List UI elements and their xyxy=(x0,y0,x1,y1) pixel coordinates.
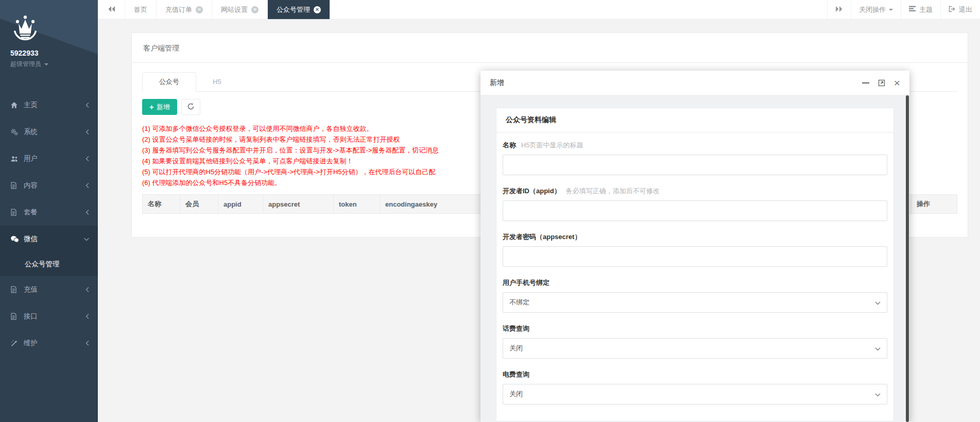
chevron-down-icon xyxy=(875,299,881,307)
sidebar-item-recharge[interactable]: 充值 xyxy=(0,276,98,303)
page-title: 客户端管理 xyxy=(132,33,968,63)
sidebar-item-users[interactable]: 用户 xyxy=(0,145,98,172)
tab-recharge-orders[interactable]: 充值订单 ✕ xyxy=(157,0,212,19)
refresh-button[interactable] xyxy=(181,99,200,115)
chevron-left-icon xyxy=(85,313,90,319)
double-chevron-left-icon xyxy=(108,5,115,14)
field-label: 话费查询 xyxy=(503,324,887,333)
gears-icon xyxy=(10,128,19,136)
field-hint: 务必填写正确，添加后不可修改 xyxy=(566,187,660,195)
chevron-down-icon xyxy=(83,237,90,242)
phone-bill-query-select[interactable]: 关闭 xyxy=(503,338,887,359)
refresh-icon xyxy=(187,103,195,112)
app-window: 5922933 超级管理员 主页 xyxy=(0,0,980,422)
field-label: 用户手机号绑定 xyxy=(503,278,887,288)
minimize-icon[interactable] xyxy=(862,82,869,83)
sidebar-subitem-official-accounts[interactable]: 公众号管理 xyxy=(0,252,98,276)
sidebar-item-label: 内容 xyxy=(24,181,38,190)
tab-official-account[interactable]: 公众号 xyxy=(142,72,196,92)
sidebar-item-label: 充值 xyxy=(24,285,38,294)
field-label: 开发者密码（appsecret） xyxy=(503,232,887,242)
sidebar-item-label: 接口 xyxy=(24,312,38,321)
form-group-phone-binding: 用户手机号绑定 不绑定 xyxy=(503,278,887,313)
chevron-left-icon xyxy=(85,340,90,346)
close-icon[interactable]: ✕ xyxy=(196,6,203,13)
dialog-title: 新增 xyxy=(490,78,504,88)
sidebar-subitem-label: 公众号管理 xyxy=(25,260,60,269)
panel-title: 公众号资料编辑 xyxy=(496,108,893,132)
tab-h5[interactable]: H5 xyxy=(196,72,238,91)
close-icon[interactable]: ✕ xyxy=(314,6,321,13)
edit-form: 名称H5页面中显示的标题 开发者ID（appid）务必填写正确，添加后不可修改 … xyxy=(496,132,893,421)
dialog-controls: × xyxy=(862,77,900,88)
tab-label: 充值订单 xyxy=(165,5,192,14)
tab-label: 公众号管理 xyxy=(277,5,310,14)
tab-home[interactable]: 首页 xyxy=(125,0,157,19)
sidebar-item-content[interactable]: 内容 xyxy=(0,172,98,199)
chevron-left-icon xyxy=(85,102,90,108)
selected-value: 关闭 xyxy=(509,344,523,353)
form-group-name: 名称H5页面中显示的标题 xyxy=(503,141,887,175)
sidebar-item-label: 微信 xyxy=(24,234,38,244)
appsecret-field[interactable] xyxy=(503,246,887,267)
crown-logo-icon xyxy=(10,14,98,45)
sidebar-item-api[interactable]: 接口 xyxy=(0,303,98,330)
sidebar: 5922933 超级管理员 主页 xyxy=(0,0,98,422)
sidebar-item-label: 套餐 xyxy=(24,208,38,217)
close-operations-dropdown[interactable]: 关闭操作 xyxy=(851,0,901,19)
field-label: 开发者ID（appid）务必填写正确，添加后不可修改 xyxy=(503,187,887,196)
appid-field[interactable] xyxy=(503,200,887,221)
name-field[interactable] xyxy=(503,155,887,175)
role-dropdown[interactable]: 超级管理员 xyxy=(10,60,98,69)
tab-official-account-management[interactable]: 公众号管理 ✕ xyxy=(268,0,330,19)
file-icon xyxy=(10,182,19,189)
label-text: 名称 xyxy=(503,141,516,149)
sidebar-item-wechat[interactable]: 微信 xyxy=(0,226,98,252)
dialog-scrollbar[interactable] xyxy=(906,95,909,422)
brand-area: 5922933 超级管理员 xyxy=(0,0,98,77)
form-group-appid: 开发者ID（appid）务必填写正确，添加后不可修改 xyxy=(503,187,887,221)
sidebar-item-home[interactable]: 主页 xyxy=(0,92,98,119)
close-icon[interactable]: × xyxy=(894,77,900,88)
expand-tabs-right-button[interactable] xyxy=(827,0,851,19)
selected-value: 不绑定 xyxy=(509,298,529,307)
role-label: 超级管理员 xyxy=(10,60,41,69)
tab-site-settings[interactable]: 网站设置 ✕ xyxy=(212,0,268,19)
add-dialog: 新增 × 公众号资料编辑 名称H5页面中显示的标题 xyxy=(480,71,909,422)
magic-wand-icon xyxy=(10,340,19,347)
chevron-left-icon xyxy=(85,182,90,189)
sidebar-item-label: 系统 xyxy=(24,127,38,137)
column-header-actions: 操作 xyxy=(912,195,957,213)
add-button[interactable]: + 新增 xyxy=(142,99,177,115)
logout-button[interactable]: 退出 xyxy=(940,0,980,19)
theme-button[interactable]: 主题 xyxy=(901,0,940,19)
label-text: 开发者密码（appsecret） xyxy=(503,233,581,241)
sidebar-section-wechat: 微信 公众号管理 xyxy=(0,226,98,276)
double-chevron-right-icon xyxy=(835,6,843,14)
caret-down-icon xyxy=(889,9,893,11)
tab-label: 首页 xyxy=(134,5,147,14)
caret-down-icon xyxy=(44,63,48,65)
chevron-left-icon xyxy=(85,209,90,215)
column-header-name: 名称 xyxy=(143,195,180,213)
label-text: 电费查询 xyxy=(503,370,529,378)
close-icon[interactable]: ✕ xyxy=(251,6,259,13)
users-icon xyxy=(10,155,19,162)
collapse-tabs-left-button[interactable] xyxy=(98,0,125,19)
label-text: 用户手机号绑定 xyxy=(503,279,549,286)
electric-bill-query-select[interactable]: 关闭 xyxy=(503,384,887,404)
home-icon xyxy=(10,102,19,109)
plus-icon: + xyxy=(149,103,154,111)
phone-binding-select[interactable]: 不绑定 xyxy=(503,292,887,313)
maximize-icon[interactable] xyxy=(878,79,885,87)
field-hint: H5页面中显示的标题 xyxy=(521,141,583,149)
dialog-header[interactable]: 新增 × xyxy=(480,71,909,95)
file-icon xyxy=(10,286,19,293)
sidebar-item-packages[interactable]: 套餐 xyxy=(0,199,98,226)
tab-label: 网站设置 xyxy=(221,5,248,14)
username: 5922933 xyxy=(10,49,98,57)
sidebar-item-system[interactable]: 系统 xyxy=(0,119,98,145)
sidebar-item-maintenance[interactable]: 维护 xyxy=(0,330,98,357)
sidebar-menu: 主页 系统 xyxy=(0,92,98,357)
form-group-electric-bill-query: 电费查询 关闭 xyxy=(503,370,887,404)
